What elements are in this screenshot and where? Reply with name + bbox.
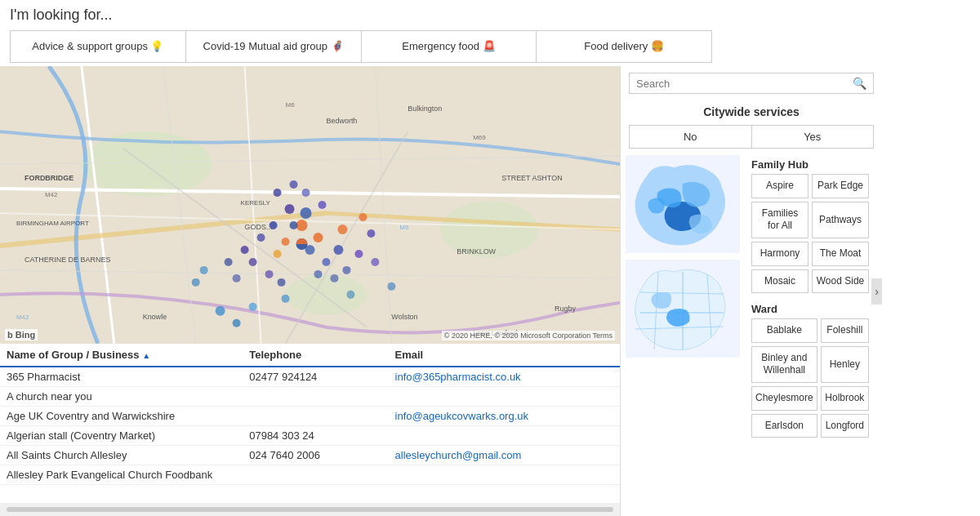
ward-btn-0[interactable]: Bablake [751,318,817,343]
svg-point-39 [296,220,308,231]
cell-name: 365 Pharmacist [7,371,249,383]
family-hub-btn-5[interactable]: The Moat [812,242,869,266]
svg-point-55 [257,234,265,242]
table-row[interactable]: 365 Pharmacist 02477 924124 info@365phar… [0,367,620,387]
svg-point-53 [322,258,330,266]
svg-point-51 [265,270,274,278]
svg-text:STREET ASHTON: STREET ASHTON [501,174,562,182]
svg-point-40 [313,233,323,242]
svg-point-73 [282,295,290,303]
main-content: FORDBRIDGE M42 M6 CATHERINE DE BARNES Do… [0,66,980,516]
svg-point-42 [337,225,347,234]
search-input[interactable] [636,78,853,90]
svg-text:Bulkington: Bulkington [408,105,442,113]
svg-point-41 [282,238,290,246]
svg-point-70 [216,306,225,316]
filters-col: Family Hub AspirePark EdgeFamilies for A… [743,155,877,439]
data-table: Name of Group / Business ▲ Telephone Ema… [0,344,620,516]
family-hub-btn-6[interactable]: Mosaic [751,269,808,294]
family-hub-btn-1[interactable]: Park Edge [812,174,869,198]
ward-btn-5[interactable]: Holbrook [821,386,869,411]
tab-delivery[interactable]: Food delivery 🍔 [537,31,711,62]
map-area: FORDBRIDGE M42 M6 CATHERINE DE BARNES Do… [0,66,620,344]
ward-btn-2[interactable]: Binley and Willenhall [751,346,817,383]
sort-arrow-icon[interactable]: ▲ [142,351,150,360]
family-hub-btn-7[interactable]: Wood Side [812,269,869,294]
family-hub-btn-4[interactable]: Harmony [751,242,808,266]
table-row[interactable]: Algerian stall (Coventry Market) 07984 3… [0,426,620,446]
svg-text:Rugby: Rugby [555,305,576,313]
svg-point-77 [387,282,395,291]
family-hub-btn-2[interactable]: Families for All [751,202,808,238]
svg-point-60 [330,274,338,282]
cell-name: Age UK Coventry and Warwickshire [7,410,249,422]
map-svg: FORDBRIDGE M42 M6 CATHERINE DE BARNES Do… [0,66,620,344]
ward-btn-7[interactable]: Longford [821,414,869,438]
cell-email [395,469,613,481]
maps-filters-section: Family Hub AspirePark EdgeFamilies for A… [621,152,882,443]
ward-btn-6[interactable]: Earlsdon [751,414,817,438]
table-row[interactable]: All Saints Church Allesley 024 7640 2006… [0,446,620,465]
citywide-filter-row: No Yes [629,125,874,149]
bing-logo: b Bing [5,329,38,340]
cell-name: Allesley Park Evangelical Church Foodban… [7,469,249,481]
svg-text:BIRMINGHAM AIRPORT: BIRMINGHAM AIRPORT [16,220,89,227]
ward-btn-4[interactable]: Cheylesmore [751,386,817,411]
ward-btn-3[interactable]: Henley [821,346,869,383]
svg-point-65 [233,274,241,282]
family-hub-btn-3[interactable]: Pathways [812,202,869,238]
svg-text:GODS...: GODS... [245,223,273,231]
tab-emergency[interactable]: Emergency food 🚨 [362,31,537,62]
table-body[interactable]: 365 Pharmacist 02477 924124 info@365phar… [0,367,620,503]
family-hub-title: Family Hub [743,155,877,172]
top-mini-map [626,155,740,253]
table-header-row: Name of Group / Business ▲ Telephone Ema… [0,344,620,367]
svg-point-56 [278,278,286,287]
svg-text:FORDBRIDGE: FORDBRIDGE [24,174,74,182]
svg-point-48 [290,221,298,229]
tab-covid[interactable]: Covid-19 Mutual aid group 🦸 [186,31,362,62]
ward-btn-1[interactable]: Foleshill [821,318,869,343]
citywide-filter-no[interactable]: No [629,125,751,149]
cell-email: allesleychurch@gmail.com [395,449,613,461]
cell-tel: 07984 303 24 [249,429,394,442]
svg-point-54 [270,221,278,229]
horizontal-scrollbar[interactable] [7,507,613,512]
bottom-mini-map [626,260,740,358]
svg-text:M6: M6 [286,101,296,109]
family-hub-btn-0[interactable]: Aspire [751,174,808,198]
svg-text:M6: M6 [399,224,409,231]
cell-tel [249,390,394,403]
svg-point-64 [225,258,233,266]
svg-point-61 [290,180,298,189]
svg-text:KERESLY: KERESLY [241,199,271,207]
chevron-right-button[interactable]: › [871,278,882,305]
citywide-title: Citywide services [621,100,882,122]
svg-point-66 [367,229,375,238]
cell-name: All Saints Church Allesley [7,449,249,461]
map-copyright: © 2020 HERE, © 2020 Microsoft Corporatio… [442,331,615,340]
svg-text:Wolston: Wolston [391,313,417,321]
svg-point-72 [233,319,241,327]
svg-text:Bedworth: Bedworth [326,117,357,125]
citywide-section: Citywide services No Yes [621,100,882,152]
svg-text:CATHERINE DE BARNES: CATHERINE DE BARNES [24,256,111,264]
citywide-filter-yes[interactable]: Yes [751,125,875,149]
tab-advice[interactable]: Advice & support groups 💡 [11,31,186,62]
svg-point-43 [274,250,282,258]
svg-point-46 [301,207,312,219]
svg-point-68 [314,270,322,278]
right-panel: 🔍 Citywide services No Yes [621,66,882,516]
svg-point-44 [359,213,367,221]
ward-grid: BablakeFoleshillBinley and WillenhallHen… [751,318,869,438]
svg-point-71 [249,303,257,311]
table-row[interactable]: A church near you [0,387,620,407]
cell-name: Algerian stall (Coventry Market) [7,429,249,442]
svg-point-45 [285,204,295,214]
ward-title: Ward [743,300,877,317]
cell-email: info@365pharmacist.co.uk [395,371,613,383]
table-row[interactable]: Age UK Coventry and Warwickshire info@ag… [0,407,620,426]
page-title: I'm looking for... [10,7,970,24]
table-row[interactable]: Allesley Park Evangelical Church Foodban… [0,465,620,485]
left-panel: FORDBRIDGE M42 M6 CATHERINE DE BARNES Do… [0,66,621,516]
